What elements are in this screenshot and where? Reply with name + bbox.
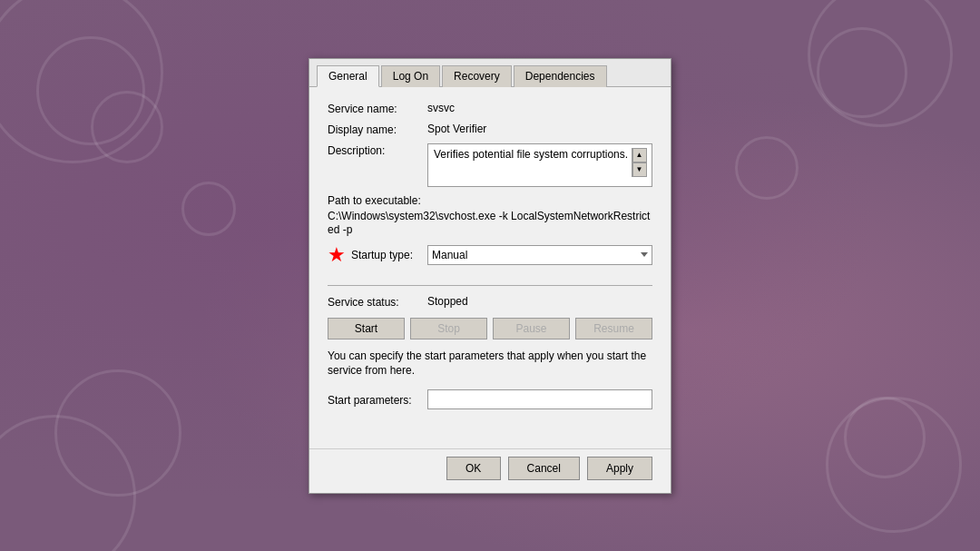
tab-general[interactable]: General [317,65,379,87]
tab-bar: General Log On Recovery Dependencies [309,59,671,87]
deco-circle-9 [826,397,962,533]
display-name-row: Display name: Spot Verifier [328,123,652,136]
red-star-icon: ★ [328,243,346,267]
tab-logon[interactable]: Log On [381,65,440,87]
pause-button[interactable]: Pause [493,318,570,339]
deco-circle-10 [181,182,236,236]
ok-button[interactable]: OK [446,457,501,480]
deco-circle-11 [735,136,799,200]
description-label: Description: [328,143,427,157]
start-button[interactable]: Start [328,318,405,339]
path-label: Path to executable: [328,194,652,207]
service-buttons: Start Stop Pause Resume [328,318,652,339]
display-name-label: Display name: [328,123,427,136]
dialog-content: Service name: svsvc Display name: Spot V… [309,87,671,448]
help-text: You can specify the start parameters tha… [328,349,652,379]
service-status-label: Service status: [328,295,427,309]
start-params-input[interactable] [427,389,652,409]
description-row: Description: Verifies potential file sys… [328,143,652,187]
tab-dependencies[interactable]: Dependencies [514,65,607,87]
display-name-value: Spot Verifier [427,123,652,135]
scrollbar-up-btn[interactable]: ▲ [632,148,647,162]
service-status-row: Service status: Stopped [328,295,652,309]
stop-button[interactable]: Stop [410,318,487,339]
startup-type-row: ★ Startup type: Manual Automatic Automat… [328,243,652,267]
startup-type-select[interactable]: Manual Automatic Automatic (Delayed Star… [427,245,652,265]
properties-dialog: General Log On Recovery Dependencies Ser… [309,58,671,494]
scrollbar-down-btn[interactable]: ▼ [632,162,647,177]
description-box: Verifies potential file system corruptio… [427,143,652,187]
path-section: Path to executable: C:\Windows\system32\… [328,194,652,236]
startup-type-label: ★ Startup type: [328,243,427,267]
tab-recovery[interactable]: Recovery [442,65,512,87]
apply-button[interactable]: Apply [587,457,652,480]
deco-circle-3 [91,91,163,163]
path-value: C:\Windows\system32\svchost.exe -k Local… [328,210,650,236]
description-text: Verifies potential file system corruptio… [434,148,632,161]
bottom-buttons: OK Cancel Apply [309,448,671,493]
start-params-label: Start parameters: [328,393,427,407]
description-scrollbar[interactable]: ▲ ▼ [632,148,646,177]
service-status-value: Stopped [427,295,652,308]
separator [328,285,652,286]
service-name-row: Service name: svsvc [328,102,652,115]
service-name-label: Service name: [328,102,427,115]
cancel-button[interactable]: Cancel [508,457,580,480]
resume-button[interactable]: Resume [575,318,652,339]
service-name-value: svsvc [427,102,652,114]
start-params-row: Start parameters: [328,389,652,409]
